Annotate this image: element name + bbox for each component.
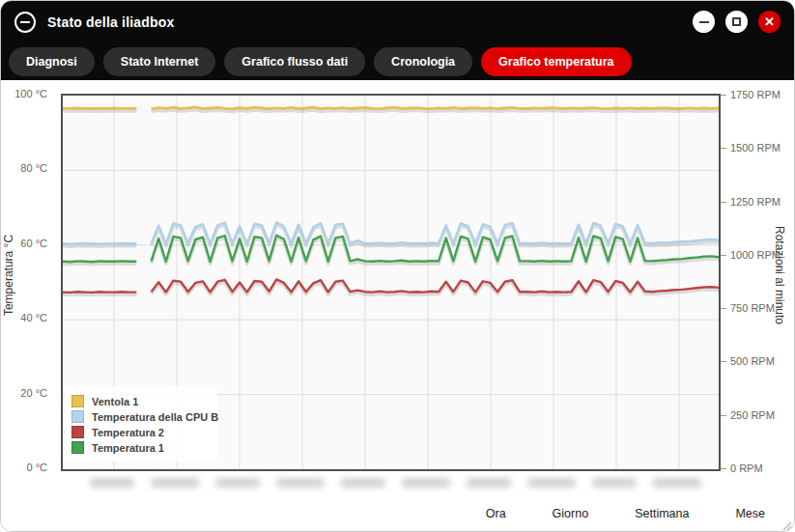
x-tick-label-redacted <box>215 478 260 488</box>
left-tick-label: 40 °C <box>3 312 47 323</box>
window-controls: ✕ <box>693 11 781 33</box>
x-tick-label-redacted <box>151 478 199 488</box>
x-tick-label-redacted <box>467 478 511 488</box>
x-tick-label-redacted <box>592 478 637 488</box>
right-tick-label: 750 RPM <box>730 302 775 314</box>
right-tick-label: 1000 RPM <box>730 249 781 261</box>
circled-minus-icon <box>20 21 30 23</box>
left-tick-label: 60 °C <box>3 238 47 249</box>
legend-label: Temperatura 1 <box>92 442 164 454</box>
x-tick-label-redacted <box>527 478 576 488</box>
right-tick-mark <box>721 361 726 362</box>
range-toolbar: OraGiornoSettimanaMese <box>1 493 794 532</box>
window-title: Stato della iliadbox <box>47 14 175 30</box>
x-tick-label-redacted <box>341 478 385 488</box>
x-tick-label-redacted <box>402 478 450 488</box>
right-tick-label: 500 RPM <box>730 355 775 367</box>
right-tick-mark <box>721 148 726 149</box>
legend-swatch-icon <box>71 395 84 407</box>
x-tick-label-redacted <box>90 478 134 488</box>
legend-swatch-icon <box>71 441 84 454</box>
tab-grafico-flusso-dati[interactable]: Grafico flusso dati <box>224 47 365 76</box>
right-tick-mark <box>721 415 726 416</box>
resize-grip[interactable] <box>779 518 792 531</box>
x-tick-label-redacted <box>276 478 325 488</box>
right-axis-title: Rotazioni al minuto <box>773 208 786 343</box>
range-button-mese[interactable]: Mese <box>735 507 765 520</box>
right-tick-label: 1750 RPM <box>730 89 781 100</box>
window-header: Stato della iliadbox ✕ DiagnosiStato Int… <box>1 1 794 80</box>
right-tick-label: 1250 RPM <box>730 196 781 208</box>
maximize-icon <box>732 17 741 26</box>
minimize-icon <box>699 21 709 23</box>
right-tick-mark <box>721 202 726 203</box>
app-window: Stato della iliadbox ✕ DiagnosiStato Int… <box>0 0 795 532</box>
legend-swatch-icon <box>71 426 84 438</box>
legend-label: Temperatura 2 <box>92 427 164 438</box>
minimize-button[interactable] <box>693 11 715 33</box>
right-tick-mark <box>721 468 726 469</box>
tab-grafico-temperatura[interactable]: Grafico temperatura <box>481 47 631 76</box>
tab-cronologia[interactable]: Cronologia <box>374 47 472 76</box>
chart-panel: Temperatura °C Rotazioni al minuto 100 °… <box>1 80 795 493</box>
close-button[interactable]: ✕ <box>758 11 781 33</box>
temperature-chart: Ventola 1Temperatura della CPU BTemperat… <box>61 94 721 471</box>
range-button-settimana[interactable]: Settimana <box>635 507 689 520</box>
chart-legend: Ventola 1Temperatura della CPU BTemperat… <box>65 386 217 462</box>
right-tick-mark <box>721 95 726 96</box>
right-tick-label: 1500 RPM <box>730 142 781 154</box>
legend-item-temperatura-1[interactable]: Temperatura 1 <box>71 441 210 454</box>
x-tick-label-redacted <box>653 478 701 488</box>
right-tick-mark <box>721 255 726 256</box>
legend-item-temperatura-della-cpu-b[interactable]: Temperatura della CPU B <box>71 410 210 423</box>
left-tick-label: 0 °C <box>3 462 47 473</box>
legend-swatch-icon <box>71 410 84 423</box>
left-tick-label: 80 °C <box>3 162 47 174</box>
legend-item-ventola-1[interactable]: Ventola 1 <box>71 395 210 407</box>
tab-diagnosi[interactable]: Diagnosi <box>9 47 95 76</box>
legend-label: Temperatura della CPU B <box>92 411 218 423</box>
tab-stato-internet[interactable]: Stato Internet <box>103 47 216 76</box>
right-tick-label: 0 RPM <box>730 462 763 474</box>
right-tick-label: 250 RPM <box>730 409 775 421</box>
maximize-button[interactable] <box>725 11 748 33</box>
right-tick-mark <box>721 308 726 309</box>
close-icon: ✕ <box>764 15 775 28</box>
range-button-giorno[interactable]: Giorno <box>553 507 589 520</box>
legend-item-temperatura-2[interactable]: Temperatura 2 <box>71 426 210 438</box>
tab-bar: DiagnosiStato InternetGrafico flusso dat… <box>1 43 794 80</box>
collapse-button[interactable] <box>14 12 36 33</box>
left-tick-label: 20 °C <box>3 387 47 399</box>
legend-label: Ventola 1 <box>92 396 138 407</box>
titlebar: Stato della iliadbox ✕ <box>1 1 794 43</box>
range-button-ora[interactable]: Ora <box>486 507 506 520</box>
left-tick-label: 100 °C <box>3 88 47 99</box>
